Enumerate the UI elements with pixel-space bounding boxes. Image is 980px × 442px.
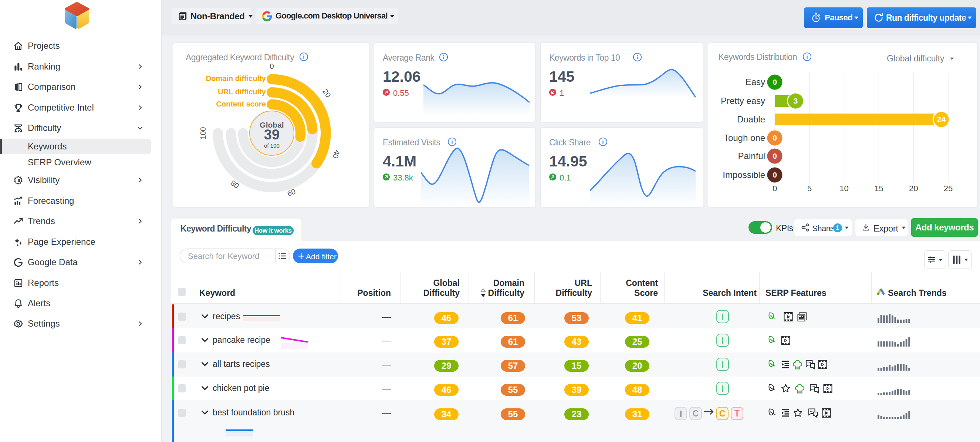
svg-text:Tough one: Tough one	[724, 133, 765, 143]
svg-text:39: 39	[264, 127, 280, 142]
svg-text:5: 5	[807, 184, 812, 193]
svg-text:Content score: Content score	[216, 100, 266, 108]
svg-text:Impossible: Impossible	[722, 170, 765, 180]
svg-text:Easy: Easy	[746, 77, 765, 87]
svg-text:URL difficulty: URL difficulty	[218, 87, 266, 96]
svg-text:3: 3	[793, 97, 798, 105]
svg-text:Domain difficulty: Domain difficulty	[206, 74, 266, 83]
svg-text:of 100: of 100	[264, 142, 280, 149]
svg-text:0: 0	[773, 78, 777, 86]
svg-text:20: 20	[321, 87, 332, 99]
svg-text:15: 15	[874, 184, 883, 193]
svg-text:0: 0	[773, 184, 777, 193]
svg-text:0: 0	[773, 170, 777, 179]
svg-text:24: 24	[937, 115, 946, 124]
svg-text:Doable: Doable	[737, 114, 765, 124]
svg-text:0: 0	[773, 134, 777, 142]
svg-text:20: 20	[909, 184, 918, 193]
svg-text:40: 40	[331, 149, 342, 159]
svg-text:0: 0	[773, 152, 777, 160]
svg-text:0: 0	[270, 62, 274, 70]
svg-text:Pretty easy: Pretty easy	[721, 96, 765, 106]
svg-text:10: 10	[840, 184, 848, 193]
svg-text:Painful: Painful	[738, 151, 765, 161]
svg-text:25: 25	[944, 184, 953, 193]
svg-text:100: 100	[199, 127, 207, 139]
